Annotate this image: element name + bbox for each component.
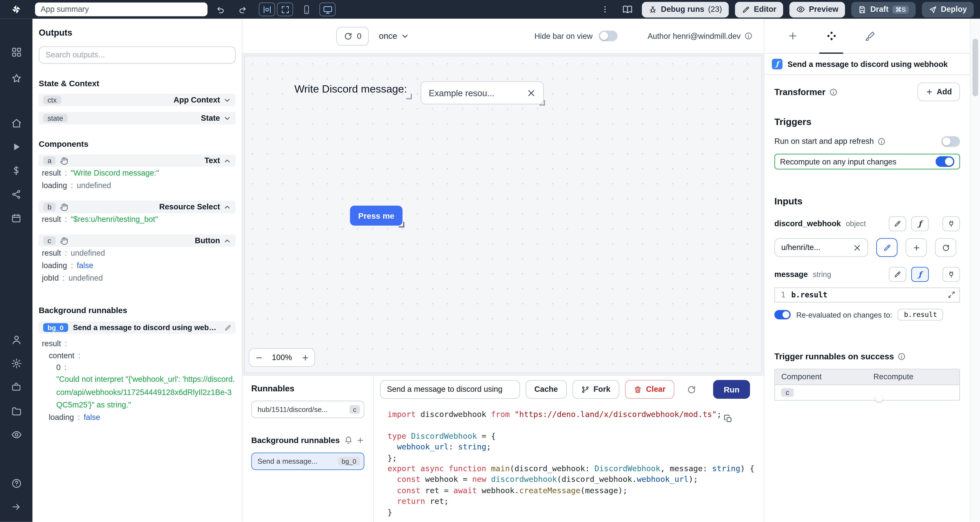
user-icon[interactable] bbox=[5, 330, 27, 349]
apps-icon[interactable] bbox=[5, 43, 27, 61]
chevron-up-icon[interactable] bbox=[223, 203, 231, 211]
edit-static-button[interactable] bbox=[889, 267, 906, 282]
fork-button[interactable]: Fork bbox=[572, 380, 619, 399]
favorites-star-icon[interactable] bbox=[5, 69, 27, 88]
bell-off-icon[interactable] bbox=[344, 436, 353, 444]
state-row[interactable]: state State bbox=[39, 112, 236, 124]
run-button[interactable]: Run bbox=[713, 380, 750, 399]
hand-pointer-icon[interactable] bbox=[60, 203, 68, 211]
schedules-icon[interactable] bbox=[5, 209, 27, 228]
zoom-in-button[interactable] bbox=[296, 349, 314, 366]
app-summary-input[interactable] bbox=[35, 3, 207, 16]
info-icon[interactable] bbox=[829, 88, 837, 96]
hide-bar-toggle[interactable] bbox=[599, 30, 618, 41]
home-icon[interactable] bbox=[5, 114, 27, 132]
copy-code-button[interactable] bbox=[722, 413, 734, 426]
clear-button[interactable]: Clear bbox=[625, 380, 674, 399]
create-resource-button[interactable] bbox=[905, 238, 927, 257]
ctx-row[interactable]: ctx App Context bbox=[39, 94, 236, 106]
insert-tab[interactable] bbox=[773, 19, 812, 53]
docs-button[interactable] bbox=[619, 3, 636, 16]
runnable-item-bg0[interactable]: Send a message... bg_0 bbox=[251, 453, 364, 470]
preview-button[interactable]: Preview bbox=[789, 2, 845, 17]
javascript-expression-button[interactable]: ƒ bbox=[911, 216, 929, 231]
editor-button[interactable]: Editor bbox=[735, 2, 783, 17]
background-runnable-row[interactable]: bg_0 Send a message to discord using web… bbox=[39, 321, 236, 334]
background-runnables-title: Background runnables bbox=[39, 306, 236, 315]
info-icon[interactable] bbox=[898, 353, 906, 361]
fit-view-button[interactable] bbox=[277, 3, 293, 16]
draft-button[interactable]: Draft ⌘S bbox=[851, 2, 916, 17]
add-background-runnable-button[interactable] bbox=[356, 436, 364, 444]
zoom-out-button[interactable] bbox=[249, 349, 268, 366]
resources-icon[interactable] bbox=[5, 185, 27, 204]
component-a-header[interactable]: a Text bbox=[39, 154, 236, 167]
runs-icon[interactable] bbox=[5, 137, 27, 156]
redo-button[interactable] bbox=[234, 3, 250, 16]
workers-icon[interactable] bbox=[5, 377, 27, 396]
debug-runs-button[interactable]: Debug runs (23) bbox=[642, 2, 729, 17]
canvas-grid[interactable]: Write Discord message: Example resou... … bbox=[244, 56, 762, 373]
settings-tab[interactable] bbox=[812, 19, 851, 53]
component-b-header[interactable]: b Resource Select bbox=[39, 201, 236, 213]
connect-input-button[interactable] bbox=[943, 216, 960, 231]
refresh-count-button[interactable]: 0 bbox=[336, 27, 369, 45]
chevron-up-icon[interactable] bbox=[223, 156, 231, 165]
hand-pointer-icon[interactable] bbox=[60, 237, 68, 245]
press-me-button-component[interactable]: Press me bbox=[350, 205, 402, 226]
refresh-resources-button[interactable] bbox=[935, 238, 956, 257]
deploy-button[interactable]: Deploy bbox=[922, 2, 974, 17]
right-scrollbar[interactable] bbox=[970, 19, 980, 522]
mobile-view-button[interactable] bbox=[298, 3, 314, 16]
chevron-down-icon[interactable] bbox=[223, 96, 231, 104]
edit-static-button[interactable] bbox=[889, 216, 906, 231]
add-transformer-button[interactable]: Add bbox=[917, 83, 960, 102]
variables-icon[interactable] bbox=[5, 161, 27, 180]
chevron-up-icon[interactable] bbox=[223, 237, 231, 245]
collapse-arrow-icon[interactable] bbox=[5, 498, 27, 516]
scrollbar-thumb[interactable] bbox=[972, 39, 978, 96]
run-on-start-row: Run on start and app refresh bbox=[775, 134, 960, 149]
info-icon[interactable] bbox=[878, 137, 886, 145]
styling-tab[interactable] bbox=[851, 19, 889, 53]
resize-handle[interactable] bbox=[399, 222, 404, 228]
expand-icon[interactable] bbox=[948, 291, 956, 299]
cache-button[interactable]: Cache bbox=[526, 380, 567, 399]
more-menu-button[interactable] bbox=[597, 3, 613, 16]
edit-runnable-icon[interactable] bbox=[224, 324, 231, 331]
clear-x-icon[interactable] bbox=[527, 89, 536, 97]
folders-icon[interactable] bbox=[5, 401, 27, 420]
resize-handle[interactable] bbox=[406, 94, 412, 99]
info-icon[interactable] bbox=[744, 32, 752, 40]
desktop-view-button[interactable] bbox=[320, 3, 336, 16]
settings-gear-icon[interactable] bbox=[5, 354, 27, 372]
edit-resource-button[interactable] bbox=[876, 238, 898, 257]
connect-input-button[interactable] bbox=[943, 267, 960, 282]
reeval-dependency-chip[interactable]: b.result bbox=[898, 309, 943, 321]
resize-handle[interactable] bbox=[539, 100, 545, 106]
reload-script-button[interactable] bbox=[682, 380, 701, 399]
hand-pointer-icon[interactable] bbox=[60, 156, 68, 165]
resource-select-component[interactable]: Example resou... bbox=[421, 81, 544, 104]
resource-picker-input[interactable]: u/henri/te... bbox=[775, 238, 868, 257]
help-icon[interactable] bbox=[5, 474, 27, 492]
reset-zoom-button[interactable] bbox=[259, 3, 275, 16]
message-expression-editor[interactable]: 1 b.result bbox=[775, 287, 960, 302]
interval-select[interactable]: once bbox=[379, 31, 409, 41]
text-component[interactable]: Write Discord message: bbox=[291, 81, 410, 97]
recompute-toggle[interactable] bbox=[935, 156, 955, 167]
runnable-item-hub[interactable]: hub/1511/discord/se... c bbox=[251, 401, 364, 418]
script-title-input[interactable]: Send a message to discord using bbox=[380, 380, 520, 399]
component-c-header[interactable]: c Button bbox=[39, 234, 236, 247]
code-area[interactable]: import discordwebhook from "https://deno… bbox=[374, 403, 764, 522]
javascript-expression-button[interactable]: ƒ bbox=[911, 267, 929, 282]
undo-button[interactable] bbox=[213, 3, 229, 16]
windmill-logo-icon[interactable] bbox=[8, 2, 25, 17]
run-on-start-toggle[interactable] bbox=[941, 136, 960, 146]
clear-x-icon[interactable] bbox=[853, 243, 861, 251]
search-outputs-input[interactable] bbox=[39, 46, 236, 64]
reeval-toggle[interactable] bbox=[775, 310, 791, 320]
app-canvas[interactable]: Write Discord message: Example resou... … bbox=[242, 54, 764, 375]
audit-eye-icon[interactable] bbox=[5, 425, 27, 444]
chevron-down-icon[interactable] bbox=[223, 114, 231, 122]
